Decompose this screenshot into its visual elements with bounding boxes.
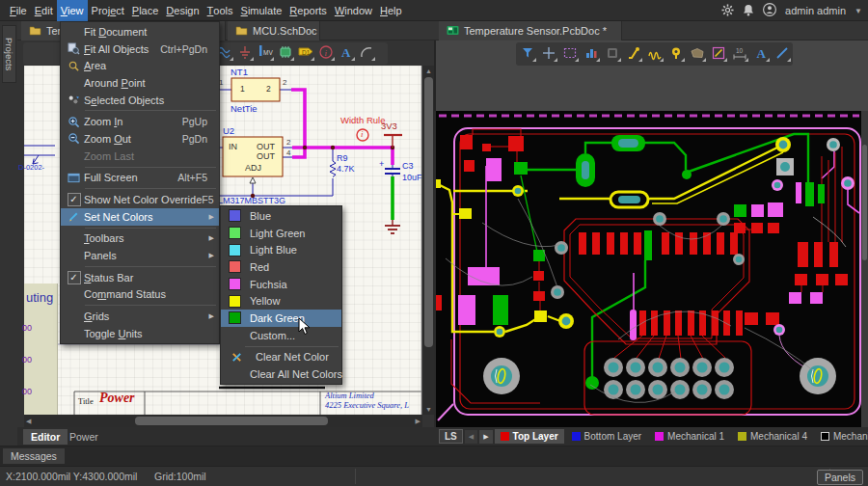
menu-tools[interactable]: Tools [203,0,237,21]
layer-tab-mechanical-4[interactable]: Mechanical 4 [732,429,813,444]
view-menu-item-around-point[interactable]: Around Point [61,74,219,92]
route-tool-icon[interactable] [625,44,642,62]
menu-reports[interactable]: Reports [285,0,331,21]
layer-tab-mechanical-16[interactable]: Mechanical 16 [815,429,868,444]
blank-icon [64,148,84,163]
view-menu-item-show-net-color-override[interactable]: ✓Show Net Color OverrideF5 [61,191,219,208]
net-color-item-clear-net-color[interactable]: Clear Net Color [221,349,341,366]
schematic-h-scrollbar[interactable]: ◀ ▶ [24,415,422,427]
net-color-item-light-green[interactable]: Light Green [221,225,341,242]
menu-design[interactable]: Design [162,0,203,21]
pcb-v-scrollbar[interactable] [861,111,868,427]
ground-tool-icon[interactable] [236,43,254,61]
info-tool-icon[interactable]: i [317,43,335,61]
light-blue-swatch [229,244,241,256]
sidebar-tab-projects[interactable]: Projects [2,25,16,83]
view-menu-item-area[interactable]: Area [61,57,219,74]
pcb-graphics [436,111,861,427]
net-color-item-clear-all-net-colors[interactable]: Clear All Net Colors [221,365,341,383]
view-menu-item-status-bar[interactable]: ✓Status Bar [61,269,219,286]
text-tool-icon[interactable]: A [752,44,770,62]
view-menu-item-fit-document[interactable]: Fit Document [61,23,219,40]
view-menu-item-zoom-last[interactable]: Zoom Last [61,148,219,165]
menu-window[interactable]: Window [331,0,376,21]
cross-tool-icon[interactable] [540,44,557,62]
tune-tool-icon[interactable] [646,44,664,62]
menu-edit[interactable]: Edit [31,0,57,21]
tab-power[interactable]: Power [62,429,106,445]
pad-tool-icon[interactable] [604,44,621,62]
gear-icon[interactable] [721,4,734,18]
net-color-item-dark-green[interactable]: Dark Green [221,310,341,327]
pcb-rect [459,208,472,219]
text-tool-icon[interactable]: A [338,43,355,61]
view-menu-item-zoom-in[interactable]: Zoom InPgUp [61,113,219,130]
panels-button[interactable]: Panels [817,470,863,485]
measure-tool-icon[interactable] [710,44,727,62]
net-color-item-custom[interactable]: Custom... [221,327,341,344]
schematic-v-scrollbar[interactable]: ▲ ▼ [422,66,434,415]
select-rect-tool-icon[interactable] [561,44,579,62]
net-color-item-light-blue[interactable]: Light Blue [221,241,341,258]
layer-tab-top-layer[interactable]: Top Layer [495,429,564,444]
user-avatar-icon[interactable] [763,3,776,18]
chart-tool-icon[interactable] [583,44,600,62]
pcb-path [438,404,453,420]
user-area: admin admin ▼ [721,0,862,21]
pcb-rect [730,232,738,255]
menu-item-label: Fuchsia [241,279,287,290]
net-color-item-fuchsia[interactable]: Fuchsia [221,276,341,293]
via-tool-icon[interactable] [667,44,685,62]
room-tool-icon[interactable] [689,44,706,62]
view-menu-item-command-status[interactable]: Command Status [61,286,219,304]
view-menu-item-full-screen[interactable]: Full ScreenAlt+F5 [61,170,219,187]
scroll-left-icon[interactable]: ◀ [465,430,477,444]
dimension-tool-icon[interactable]: 10 [731,44,748,62]
menu-item-label: Blue [241,210,271,222]
tab-mcu-schdoc[interactable]: MCU.SchDoc [228,21,320,40]
menu-item-label: Dark Green [241,312,305,324]
menu-simulate[interactable]: Simulate [237,0,286,21]
filter-tool-icon[interactable] [519,44,536,62]
line-tool-icon[interactable] [773,44,791,62]
bell-icon[interactable] [743,4,754,18]
view-menu-item-panels[interactable]: Panels▶ [61,247,219,264]
ls-button[interactable]: LS [439,429,463,444]
menu-file[interactable]: File [6,0,31,21]
view-menu-item-toolbars[interactable]: Toolbars▶ [61,230,219,248]
chip-tool-icon[interactable] [277,43,294,61]
pcb-rect [582,161,589,179]
menu-help[interactable]: Help [376,0,406,21]
full-screen-icon [64,171,84,185]
pcb-canvas[interactable] [436,111,861,427]
pcb-rect [468,267,500,285]
menu-project[interactable]: Project [88,0,128,21]
tab-messages[interactable]: Messages [3,448,65,464]
title-label: Title [78,396,94,406]
view-menu-item-selected-objects[interactable]: Selected Objects [61,92,219,109]
arc-tool-icon[interactable] [358,43,375,61]
view-menu-item-fit-all-objects[interactable]: Fit All ObjectsCtrl+PgDn [61,40,219,58]
scroll-right-icon[interactable]: ▶ [479,430,492,444]
view-menu-item-set-net-colors[interactable]: Set Net Colors▶ [61,208,219,226]
tab-temperature-sensor-pcbdoc[interactable]: Temperature Sensor.PcbDoc * [439,21,622,40]
pin-out2: OUT [257,151,275,161]
menu-view[interactable]: View [57,0,88,21]
layer-tab-bottom-layer[interactable]: Bottom Layer [566,429,647,444]
chevron-down-icon[interactable]: ▼ [854,7,862,15]
probe-tool-icon[interactable]: MV [257,43,274,61]
net-color-item-red[interactable]: Red [221,258,341,276]
pcb-rect [482,144,491,151]
view-menu-item-toggle-units[interactable]: Toggle Units [61,325,219,342]
zoom-in-icon [64,115,84,129]
svg-text:D1: D1 [302,49,311,56]
layer-tab-mechanical-1[interactable]: Mechanical 1 [649,429,730,444]
tag-tool-icon[interactable]: D1 [297,43,314,61]
view-menu-item-grids[interactable]: Grids▶ [61,308,219,325]
user-name[interactable]: admin admin [785,5,846,16]
company-name: Altium Limited [325,391,374,400]
net-color-item-blue[interactable]: Blue [221,207,341,225]
view-menu-item-zoom-out[interactable]: Zoom OutPgDn [61,130,219,148]
menu-place[interactable]: Place [128,0,163,21]
net-color-item-yellow[interactable]: Yellow [221,292,341,310]
